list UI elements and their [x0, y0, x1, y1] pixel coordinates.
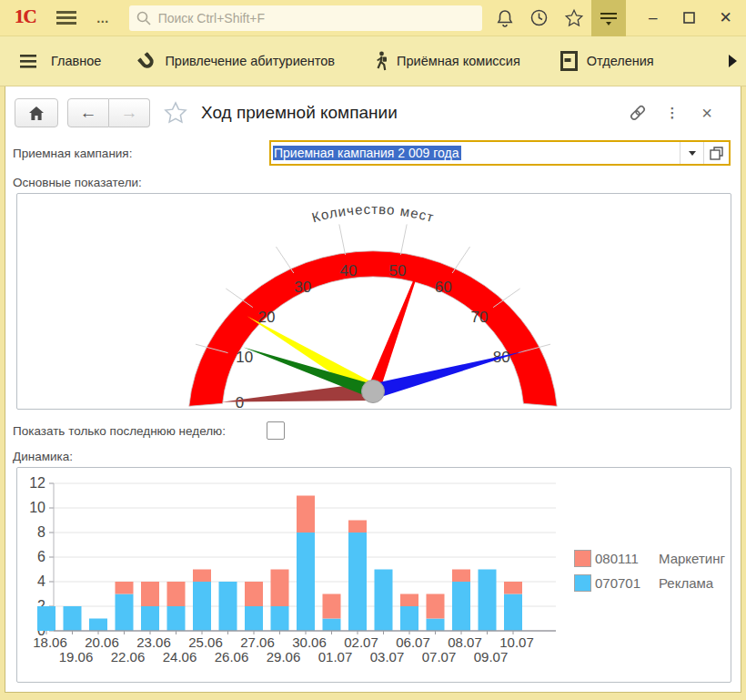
campaign-selected-text: Приемная кампания 2 009 года: [273, 146, 461, 160]
page-title: Ход приемной компании: [201, 103, 398, 123]
indicators-label: Основные показатели:: [13, 176, 741, 189]
favorites-button[interactable]: [557, 0, 591, 36]
campaign-open-button[interactable]: [703, 142, 729, 164]
maximize-button[interactable]: [671, 0, 708, 36]
dynamics-label: Динамика:: [13, 450, 741, 463]
close-window-button[interactable]: ✕: [708, 0, 744, 36]
svg-text:8: 8: [37, 524, 45, 540]
svg-text:19.06: 19.06: [59, 649, 94, 664]
svg-text:10: 10: [236, 349, 253, 366]
campaign-input[interactable]: Приемная кампания 2 009 года: [269, 140, 731, 166]
search-input[interactable]: [156, 10, 475, 26]
dynamics-panel: 02468101218.0619.0620.0622.0623.0624.062…: [16, 467, 731, 683]
home-icon: [28, 106, 45, 121]
open-in-form-icon: [710, 147, 723, 160]
menu-item-departments[interactable]: Отделения: [560, 51, 654, 71]
legend-item-advertising: 070701 Реклама: [574, 571, 725, 595]
week-checkbox[interactable]: [267, 421, 285, 440]
star-icon: [564, 8, 584, 28]
main-menu-icon[interactable]: [56, 11, 76, 25]
svg-text:30: 30: [294, 279, 311, 296]
form-content: ← → Ход приемной компании: [5, 86, 741, 692]
minimize-button[interactable]: –: [635, 0, 671, 36]
svg-text:09.07: 09.07: [474, 649, 509, 664]
gauge-panel: Количество мест01020304050607080: [16, 193, 731, 410]
more-actions-button[interactable]: ⋮: [660, 101, 684, 125]
svg-text:18.06: 18.06: [33, 634, 67, 650]
more-apps-button[interactable]: …: [96, 11, 111, 25]
1c-logo: 1С: [15, 5, 36, 28]
home-button[interactable]: [15, 98, 58, 127]
sections-menu-button[interactable]: [20, 55, 36, 68]
svg-text:50: 50: [388, 262, 406, 279]
svg-text:01.07: 01.07: [318, 649, 353, 664]
back-arrow-icon: ←: [80, 103, 97, 123]
window-frame-bottom: [5, 692, 741, 693]
svg-text:25.06: 25.06: [188, 634, 223, 650]
menu-item-admission-committee[interactable]: Приёмная комиссия: [375, 51, 520, 71]
menu-icon: [20, 55, 36, 68]
chevron-down-icon: [689, 151, 696, 156]
history-button[interactable]: [522, 0, 557, 36]
svg-text:23.06: 23.06: [136, 634, 171, 650]
svg-text:22.06: 22.06: [111, 649, 146, 664]
week-checkbox-label: Показать только последнюю неделю:: [13, 424, 226, 438]
campaign-label: Приемная кампания:: [13, 147, 132, 160]
functions-icon: [600, 10, 618, 26]
menu-item-main[interactable]: Главное: [51, 54, 101, 68]
svg-text:27.06: 27.06: [240, 634, 275, 650]
notifications-button[interactable]: [488, 0, 522, 36]
more-sections-chevron[interactable]: [729, 55, 737, 67]
form-title-bar: ← → Ход приемной компании: [15, 94, 731, 132]
legend-swatch-marketing: [574, 550, 591, 567]
top-bar: 1С …: [0, 0, 746, 36]
gauge-chart: Количество мест01020304050607080: [17, 194, 731, 409]
svg-text:10.07: 10.07: [499, 634, 534, 650]
history-clock-icon: [529, 8, 549, 27]
forward-button[interactable]: →: [109, 98, 150, 127]
navigation-buttons: ← →: [67, 98, 150, 127]
svg-text:06.07: 06.07: [396, 634, 430, 650]
svg-text:08.07: 08.07: [448, 634, 482, 650]
maximize-icon: [683, 12, 695, 24]
link-icon: [628, 103, 648, 123]
add-to-favorites-star[interactable]: [163, 100, 188, 126]
app-window: 1С …: [0, 0, 746, 700]
chart-legend: 080111 Маркетинг 070701 Реклама: [574, 546, 725, 595]
svg-text:24.06: 24.06: [163, 649, 197, 664]
svg-text:30.06: 30.06: [292, 634, 327, 650]
svg-text:60: 60: [435, 279, 452, 296]
svg-text:40: 40: [340, 262, 358, 279]
svg-text:4: 4: [37, 573, 45, 589]
svg-text:29.06: 29.06: [267, 649, 301, 664]
menu-item-attraction[interactable]: Привлечение абитуриентов: [137, 52, 335, 70]
search-icon: [136, 11, 151, 25]
svg-text:10: 10: [29, 500, 45, 515]
back-button[interactable]: ←: [67, 98, 109, 127]
svg-text:26.06: 26.06: [215, 649, 249, 664]
campaign-field-row: Приемная кампания: Приемная кампания 2 0…: [13, 139, 731, 167]
bell-icon: [496, 9, 514, 27]
svg-text:02.07: 02.07: [344, 634, 378, 650]
functions-menu-button[interactable]: [591, 0, 626, 36]
svg-text:Количество мест: Количество мест: [310, 201, 437, 225]
forward-arrow-icon: →: [121, 103, 138, 123]
svg-text:03.07: 03.07: [370, 649, 405, 664]
sections-panel: Главное Привлечение абитуриентов Приёмна…: [0, 36, 746, 86]
journal-icon: [560, 51, 578, 71]
walking-person-icon: [375, 51, 388, 71]
window-frame-right: [741, 86, 741, 693]
get-link-button[interactable]: [626, 101, 650, 125]
global-search[interactable]: [129, 5, 482, 31]
close-form-button[interactable]: ×: [695, 101, 719, 125]
svg-text:6: 6: [37, 549, 45, 564]
magnet-icon: [137, 52, 156, 70]
week-filter-row: Показать только последнюю неделю:: [13, 421, 741, 441]
svg-text:20.06: 20.06: [85, 634, 119, 650]
svg-text:07.07: 07.07: [422, 649, 457, 664]
svg-text:12: 12: [29, 475, 45, 491]
legend-swatch-advertising: [574, 574, 591, 592]
campaign-dropdown-button[interactable]: [680, 142, 703, 164]
svg-text:70: 70: [471, 309, 489, 326]
star-outline-icon: [163, 100, 188, 126]
